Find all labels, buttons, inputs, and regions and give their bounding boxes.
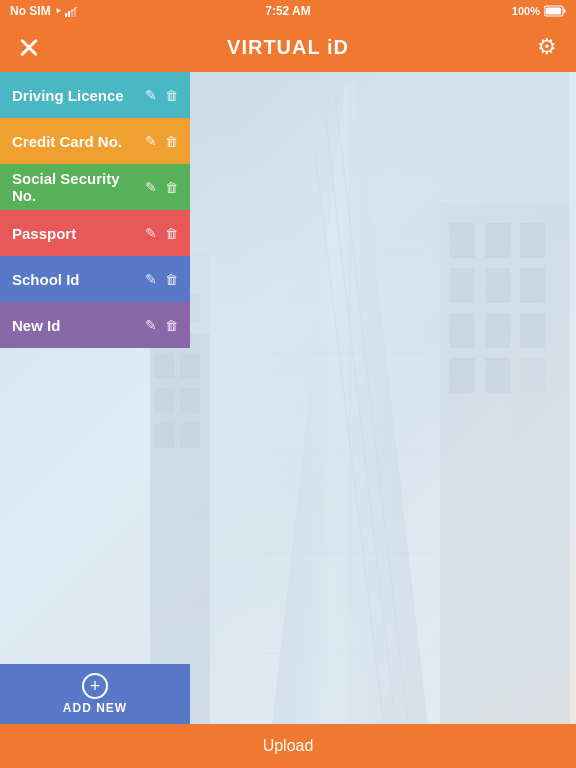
delete-driving-licence-icon[interactable] xyxy=(165,87,178,103)
sidebar-item-new-id-label: New Id xyxy=(12,317,145,334)
status-bar-time: 7:52 AM xyxy=(265,4,311,18)
edit-school-id-icon[interactable] xyxy=(145,271,157,287)
svg-rect-0 xyxy=(65,13,67,17)
main-container: Driving Licence Credit Card No. Social S… xyxy=(0,72,576,724)
svg-rect-38 xyxy=(450,313,475,348)
sidebar-item-school-id[interactable]: School Id xyxy=(0,256,190,302)
sidebar-item-passport[interactable]: Passport xyxy=(0,210,190,256)
app-title: VIRTUAL iD xyxy=(227,36,349,59)
sidebar-item-school-id-label: School Id xyxy=(12,271,145,288)
sidebar-item-driving-licence[interactable]: Driving Licence xyxy=(0,72,190,118)
status-bar: No SIM ‣​ 7:52 AM 100% xyxy=(0,0,576,22)
sidebar-item-credit-card[interactable]: Credit Card No. xyxy=(0,118,190,164)
battery-text: 100% xyxy=(512,5,540,17)
sidebar: Driving Licence Credit Card No. Social S… xyxy=(0,72,190,724)
edit-passport-icon[interactable] xyxy=(145,225,157,241)
status-bar-right: 100% xyxy=(512,5,566,17)
svg-rect-40 xyxy=(520,313,545,348)
edit-new-id-icon[interactable] xyxy=(145,317,157,333)
sidebar-item-new-id[interactable]: New Id xyxy=(0,302,190,348)
upload-label[interactable]: Upload xyxy=(263,737,314,755)
sidebar-item-new-id-actions xyxy=(145,317,178,333)
svg-rect-36 xyxy=(485,268,510,303)
svg-rect-32 xyxy=(450,223,475,258)
carrier-text: No SIM xyxy=(10,4,51,18)
gear-icon[interactable]: ⚙ xyxy=(533,33,561,61)
add-new-plus-icon: + xyxy=(82,673,108,699)
bottom-bar[interactable]: Upload xyxy=(0,724,576,768)
close-icon[interactable] xyxy=(15,33,43,61)
sidebar-item-driving-licence-actions xyxy=(145,87,178,103)
svg-rect-35 xyxy=(450,268,475,303)
delete-credit-card-icon[interactable] xyxy=(165,133,178,149)
sidebar-item-social-security[interactable]: Social Security No. xyxy=(0,164,190,210)
app-header: VIRTUAL iD ⚙ xyxy=(0,22,576,72)
delete-social-security-icon[interactable] xyxy=(165,179,178,195)
sidebar-item-driving-licence-label: Driving Licence xyxy=(12,87,145,104)
sidebar-item-credit-card-actions xyxy=(145,133,178,149)
close-button[interactable] xyxy=(15,33,43,61)
sidebar-item-social-security-actions xyxy=(145,179,178,195)
svg-rect-42 xyxy=(485,358,510,393)
svg-rect-34 xyxy=(520,223,545,258)
signal-icon xyxy=(65,6,79,17)
svg-rect-33 xyxy=(485,223,510,258)
sidebar-item-school-id-actions xyxy=(145,271,178,287)
settings-button[interactable]: ⚙ xyxy=(533,33,561,61)
add-new-button[interactable]: + ADD NEW xyxy=(0,664,190,724)
delete-new-id-icon[interactable] xyxy=(165,317,178,333)
svg-rect-7 xyxy=(546,8,562,15)
edit-credit-card-icon[interactable] xyxy=(145,133,157,149)
add-new-label: ADD NEW xyxy=(63,701,127,715)
sidebar-item-passport-actions xyxy=(145,225,178,241)
edit-social-security-icon[interactable] xyxy=(145,179,157,195)
delete-school-id-icon[interactable] xyxy=(165,271,178,287)
status-bar-left: No SIM ‣​ xyxy=(10,4,79,18)
battery-icon xyxy=(544,5,566,17)
edit-driving-licence-icon[interactable] xyxy=(145,87,157,103)
delete-passport-icon[interactable] xyxy=(165,225,178,241)
svg-rect-39 xyxy=(485,313,510,348)
sidebar-item-passport-label: Passport xyxy=(12,225,145,242)
wifi-icon: ‣​ xyxy=(55,5,61,18)
sidebar-item-credit-card-label: Credit Card No. xyxy=(12,133,145,150)
svg-rect-44 xyxy=(510,353,570,724)
svg-rect-6 xyxy=(564,9,566,13)
svg-rect-41 xyxy=(450,358,475,393)
sidebar-item-social-security-label: Social Security No. xyxy=(12,170,145,204)
svg-rect-37 xyxy=(520,268,545,303)
